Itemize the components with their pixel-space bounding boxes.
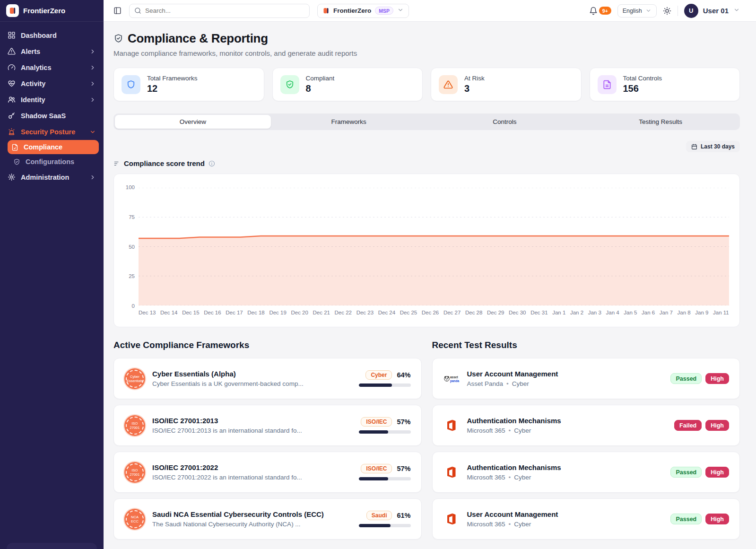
x-tick-label: Jan 7: [660, 310, 673, 315]
x-tick-label: Jan 5: [624, 310, 637, 315]
sidebar-item-dashboard[interactable]: Dashboard: [4, 27, 100, 43]
search-box[interactable]: [129, 4, 310, 18]
x-tick-label: Jan 8: [678, 310, 691, 315]
test-category: Cyber: [514, 427, 531, 434]
test-app: Asset Panda: [467, 380, 504, 387]
shield-icon: [126, 80, 136, 89]
tab-controls[interactable]: Controls: [427, 115, 583, 129]
page-subtitle: Manage compliance frameworks, monitor co…: [113, 49, 740, 57]
language-selector[interactable]: English: [617, 4, 657, 17]
search-input[interactable]: [145, 7, 304, 14]
framework-progress-bar: [359, 524, 411, 527]
app-window: FrontierZero DashboardAlertsAnalyticsAct…: [0, 0, 756, 549]
test-result-badge: Passed: [670, 514, 702, 524]
avatar: U: [684, 4, 698, 18]
sidebar-item-label: Identity: [21, 96, 45, 104]
sidebar-item-shadow-saas[interactable]: Shadow SaaS: [4, 108, 100, 123]
test-card-user-account-management[interactable]: assetpandaUser Account ManagementAsset P…: [432, 358, 740, 399]
stat-label: Total Controls: [623, 75, 662, 82]
siren-icon: [8, 128, 16, 136]
x-tick-label: Dec 19: [269, 310, 286, 315]
stat-value: 3: [464, 83, 485, 94]
framework-card-saudi-nca-essential-cybersecurity-controls-ecc[interactable]: NCAECCSaudi NCA Essential Cybersecurity …: [113, 498, 422, 540]
x-tick-label: Jan 3: [588, 310, 601, 315]
sidebar-item-alerts[interactable]: Alerts: [4, 44, 100, 59]
framework-logo: ISO27001: [124, 462, 145, 483]
test-card-authentication-mechanisms[interactable]: Authentication MechanismsMicrosoft 365•C…: [432, 452, 740, 493]
framework-title: ISO/IEC 27001:2013: [152, 417, 352, 425]
topbar-divider: [678, 6, 678, 16]
test-card-authentication-mechanisms[interactable]: Authentication MechanismsMicrosoft 365•C…: [432, 405, 740, 446]
test-severity-badge: High: [705, 514, 729, 524]
sidebar-item-compliance[interactable]: Compliance: [8, 140, 99, 154]
x-tick-label: Jan 2: [570, 310, 583, 315]
notifications-button[interactable]: 9+: [589, 7, 611, 15]
test-card-user-account-management[interactable]: User Account ManagementMicrosoft 365•Cyb…: [432, 498, 740, 540]
gear-icon: [8, 173, 16, 181]
sidebar: FrontierZero DashboardAlertsAnalyticsAct…: [0, 0, 104, 549]
language-label: English: [623, 8, 642, 14]
alert-triangle-icon: [8, 47, 16, 55]
sidebar-toggle-button[interactable]: [113, 7, 122, 15]
sidebar-item-label: Shadow SaaS: [21, 112, 66, 120]
sidebar-item-configurations[interactable]: Configurations: [9, 155, 100, 169]
chevron-down-icon: [397, 7, 404, 15]
chevron-right-icon: [89, 174, 96, 181]
org-selector[interactable]: FrontierZero MSP: [317, 4, 409, 18]
tab-overview[interactable]: Overview: [115, 115, 271, 129]
tabs: OverviewFrameworksControlsTesting Result…: [113, 113, 740, 130]
user-menu[interactable]: U User 01: [684, 4, 740, 18]
x-tick-label: Dec 23: [356, 310, 374, 315]
panel-left-icon: [113, 7, 122, 15]
framework-progress-bar: [359, 430, 411, 434]
test-severity-badge: High: [705, 467, 729, 478]
framework-tag-badge: Saudi: [366, 511, 392, 520]
test-app: Microsoft 365: [467, 521, 505, 528]
gauge-icon: [8, 63, 16, 71]
chevron-down-icon: [89, 129, 96, 135]
x-tick-label: Dec 18: [247, 310, 264, 315]
date-range-button[interactable]: Last 30 days: [686, 141, 740, 152]
chart-plot: 1007550250: [139, 188, 729, 305]
bell-icon: [589, 7, 598, 15]
x-tick-label: Dec 16: [204, 310, 221, 315]
framework-card-cyber-essentials-alpha[interactable]: CyberEssentialsCyber Essentials (Alpha)C…: [113, 358, 422, 399]
file-text-icon: [602, 80, 612, 89]
sidebar-item-label: Alerts: [21, 48, 40, 55]
x-tick-label: Dec 29: [487, 310, 504, 315]
sidebar-item-analytics[interactable]: Analytics: [4, 60, 100, 75]
microsoft365-logo: [443, 466, 460, 479]
tab-testing-results[interactable]: Testing Results: [582, 115, 739, 129]
sidebar-item-identity[interactable]: Identity: [4, 92, 100, 107]
stat-value: 8: [306, 83, 335, 94]
framework-card-iso-iec-27001-2013[interactable]: ISO27001ISO/IEC 27001:2013ISO/IEC 27001:…: [113, 405, 422, 446]
sidebar-item-activity[interactable]: Activity: [4, 76, 100, 91]
framework-tag-badge: ISO/IEC: [361, 417, 392, 427]
stat-label: Total Frameworks: [147, 75, 198, 82]
svg-text:asset: asset: [450, 375, 458, 378]
framework-card-iso-iec-27001-2022[interactable]: ISO27001ISO/IEC 27001:2022ISO/IEC 27001:…: [113, 452, 422, 493]
test-title: User Account Management: [467, 370, 558, 378]
sidebar-item-administration[interactable]: Administration: [4, 169, 100, 185]
stat-value: 156: [623, 83, 662, 94]
tab-frameworks[interactable]: Frameworks: [271, 115, 427, 129]
sidebar-item-security-posture[interactable]: Security Posture: [4, 124, 100, 139]
lower-columns: Active Compliance Frameworks CyberEssent…: [113, 340, 740, 540]
frontierzero-logo-icon: [6, 4, 19, 17]
x-tick-label: Dec 20: [291, 310, 308, 315]
x-tick-label: Dec 21: [313, 310, 330, 315]
shield-icon-box: [122, 75, 140, 94]
sidebar-item-label: Configurations: [26, 158, 74, 166]
compliance-trend-chart: 1007550250 Dec 13Dec 14Dec 15Dec 16Dec 1…: [113, 174, 740, 327]
test-severity-badge: High: [705, 373, 729, 384]
framework-score: 57%: [397, 465, 410, 472]
shield-check-icon: [13, 158, 20, 166]
key-icon: [8, 112, 16, 120]
sidebar-item-label: Administration: [21, 174, 69, 181]
x-tick-label: Jan 11: [713, 310, 729, 315]
theme-toggle-button[interactable]: [663, 7, 671, 15]
page-content: Compliance & Reporting Manage compliance…: [104, 22, 756, 549]
test-results-heading: Recent Test Results: [432, 340, 740, 350]
date-range-label: Last 30 days: [701, 143, 735, 150]
shield-check-icon: [113, 34, 123, 44]
